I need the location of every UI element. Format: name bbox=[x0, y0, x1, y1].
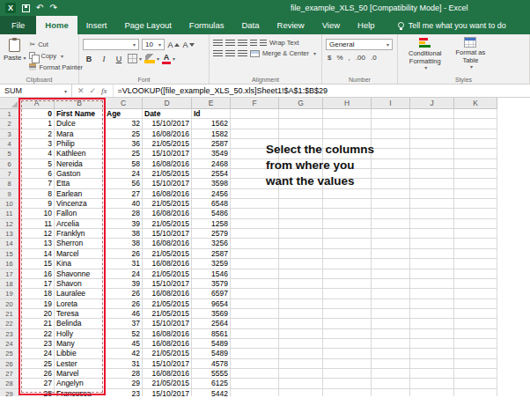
cell-E21[interactable]: 3569 bbox=[192, 309, 231, 319]
cell-G3[interactable] bbox=[279, 129, 323, 139]
cell-B3[interactable]: Mara bbox=[55, 129, 105, 139]
cell-H27[interactable] bbox=[323, 369, 372, 379]
cell-D1[interactable]: Date bbox=[143, 109, 192, 119]
cell-I20[interactable] bbox=[372, 299, 410, 309]
cell-D27[interactable]: 16/08/2016 bbox=[143, 369, 192, 379]
cell-K9[interactable] bbox=[454, 189, 497, 199]
cell-F13[interactable] bbox=[231, 229, 279, 239]
column-header-E[interactable]: E bbox=[192, 98, 231, 108]
cell-E29[interactable]: 5442 bbox=[192, 389, 231, 396]
cell-E26[interactable]: 4578 bbox=[192, 359, 231, 369]
cell-B2[interactable]: Dulce bbox=[55, 119, 105, 129]
formula-input[interactable]: =VLOOKUP([file_example_XLS_50.xls]Sheet1… bbox=[114, 85, 530, 97]
cell-A28[interactable]: 27 bbox=[19, 379, 55, 388]
cell-K12[interactable] bbox=[454, 219, 497, 229]
cell-E13[interactable]: 2579 bbox=[192, 229, 231, 239]
cell-I16[interactable] bbox=[372, 259, 410, 269]
cell-J7[interactable] bbox=[410, 169, 454, 179]
italic-button[interactable]: I bbox=[98, 53, 110, 64]
cell-G19[interactable] bbox=[279, 289, 323, 298]
cell-C20[interactable]: 26 bbox=[105, 299, 143, 309]
cell-J10[interactable] bbox=[410, 199, 454, 209]
cell-D28[interactable]: 21/05/2015 bbox=[143, 379, 192, 388]
column-header-J[interactable]: J bbox=[410, 98, 454, 108]
cell-G10[interactable] bbox=[279, 199, 323, 209]
cell-I29[interactable] bbox=[372, 389, 410, 396]
cell-J12[interactable] bbox=[410, 219, 454, 229]
cell-F20[interactable] bbox=[231, 299, 279, 309]
cell-H3[interactable] bbox=[323, 129, 372, 139]
cell-H23[interactable] bbox=[323, 329, 372, 339]
cell-K18[interactable] bbox=[454, 279, 497, 289]
cell-I17[interactable] bbox=[372, 269, 410, 279]
cell-H13[interactable] bbox=[323, 229, 372, 239]
cell-C28[interactable]: 29 bbox=[105, 379, 143, 388]
cell-J14[interactable] bbox=[410, 239, 454, 248]
cell-C6[interactable]: 58 bbox=[105, 159, 143, 169]
cell-H18[interactable] bbox=[323, 279, 372, 289]
cell-B26[interactable]: Lester bbox=[55, 359, 105, 369]
font-name-select[interactable]: ▾ bbox=[83, 39, 139, 50]
cell-D15[interactable]: 21/05/2015 bbox=[143, 249, 192, 259]
conditional-formatting-button[interactable]: Conditional Formatting ▾ bbox=[401, 37, 449, 74]
cell-C27[interactable]: 28 bbox=[105, 369, 143, 379]
cell-K19[interactable] bbox=[454, 289, 497, 298]
cell-E18[interactable]: 3579 bbox=[192, 279, 231, 289]
cell-B19[interactable]: Lauralee bbox=[55, 289, 105, 298]
cell-H26[interactable] bbox=[323, 359, 372, 369]
cell-G18[interactable] bbox=[279, 279, 323, 289]
cell-B18[interactable]: Shavon bbox=[55, 279, 105, 289]
cell-H25[interactable] bbox=[323, 349, 372, 358]
align-center-icon[interactable] bbox=[225, 50, 235, 57]
cell-F16[interactable] bbox=[231, 259, 279, 269]
align-right-icon[interactable] bbox=[238, 50, 247, 57]
cell-D7[interactable]: 21/05/2015 bbox=[143, 169, 192, 179]
column-header-G[interactable]: G bbox=[279, 98, 323, 108]
cell-I2[interactable] bbox=[372, 119, 410, 129]
cell-F29[interactable] bbox=[231, 389, 279, 396]
cell-A14[interactable]: 13 bbox=[19, 239, 55, 248]
cell-H12[interactable] bbox=[323, 219, 372, 229]
undo-icon[interactable]: ↶ bbox=[36, 4, 43, 12]
cell-F26[interactable] bbox=[231, 359, 279, 369]
cell-A13[interactable]: 12 bbox=[19, 229, 55, 239]
cell-I5[interactable] bbox=[372, 149, 410, 158]
cell-H1[interactable] bbox=[323, 109, 372, 119]
cell-K28[interactable] bbox=[454, 379, 497, 388]
redo-icon[interactable]: ↷ bbox=[49, 4, 56, 12]
cell-C19[interactable]: 26 bbox=[105, 289, 143, 298]
save-icon[interactable] bbox=[22, 4, 30, 12]
row-header-18[interactable]: 18 bbox=[0, 279, 19, 289]
cell-J15[interactable] bbox=[410, 249, 454, 259]
cell-I27[interactable] bbox=[372, 369, 410, 379]
cell-A24[interactable]: 23 bbox=[19, 339, 55, 349]
cell-K15[interactable] bbox=[454, 249, 497, 259]
cell-K27[interactable] bbox=[454, 369, 497, 379]
align-middle-icon[interactable] bbox=[225, 40, 235, 47]
column-header-I[interactable]: I bbox=[372, 98, 410, 108]
font-size-select[interactable]: 10 ▾ bbox=[142, 39, 165, 50]
cell-J28[interactable] bbox=[410, 379, 454, 388]
cell-K4[interactable] bbox=[454, 139, 497, 149]
ribbon-tab-page-layout[interactable]: Page Layout bbox=[115, 16, 180, 34]
cell-J6[interactable] bbox=[410, 159, 454, 169]
cell-I28[interactable] bbox=[372, 379, 410, 388]
currency-button[interactable]: $ bbox=[328, 53, 331, 63]
align-bottom-icon[interactable] bbox=[238, 40, 247, 47]
cell-B4[interactable]: Philip bbox=[55, 139, 105, 149]
cell-A11[interactable]: 10 bbox=[19, 209, 55, 218]
row-header-2[interactable]: 2 bbox=[0, 119, 19, 129]
cell-E22[interactable]: 2564 bbox=[192, 319, 231, 328]
cell-F28[interactable] bbox=[231, 379, 279, 388]
cell-D8[interactable]: 15/10/2017 bbox=[143, 179, 192, 188]
decrease-decimal-button[interactable]: .0 bbox=[371, 53, 377, 63]
cell-B15[interactable]: Marcel bbox=[55, 249, 105, 259]
cell-C5[interactable]: 25 bbox=[105, 149, 143, 158]
cell-I13[interactable] bbox=[372, 229, 410, 239]
merge-center-icon[interactable] bbox=[250, 50, 260, 57]
cell-K26[interactable] bbox=[454, 359, 497, 369]
cell-I19[interactable] bbox=[372, 289, 410, 298]
cut-button[interactable]: ✂ Cut bbox=[29, 39, 83, 49]
cell-B25[interactable]: Libbie bbox=[55, 349, 105, 358]
column-header-C[interactable]: C bbox=[105, 98, 143, 108]
